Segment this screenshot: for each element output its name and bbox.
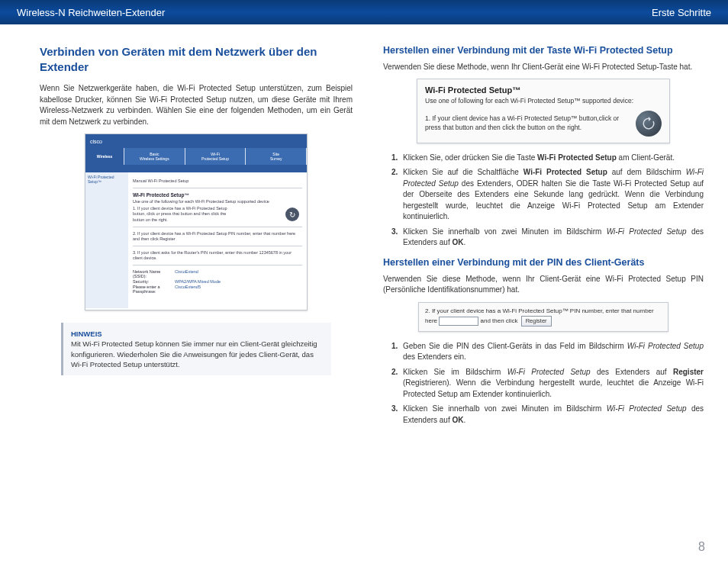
- snippet-text: 1. If your client device has a Wi-Fi Pro…: [425, 114, 628, 132]
- header-right: Erste Schritte: [652, 7, 711, 18]
- figure-divider-3: [133, 246, 302, 246]
- header-left: Wireless-N Reichweiten-Extender: [17, 7, 165, 18]
- figure-tabs: Wireless BasicWireless Settings Wi-FiPro…: [85, 148, 307, 165]
- figure-divider-4: [133, 265, 302, 265]
- figure-step2: 2. If your client device has a Wi-Fi Pro…: [133, 231, 302, 242]
- p1: Verwenden Sie diese Methode, wenn Ihr Cl…: [383, 62, 704, 73]
- figure-info-row: Security:WPA2/WPA Mixed Mode: [133, 279, 302, 284]
- figure-step3: 3. If your client asks for the Router's …: [133, 250, 302, 261]
- right-column: Herstellen einer Verbindung mit der Tast…: [383, 44, 704, 433]
- page-number: 8: [698, 540, 705, 554]
- section-title: Verbinden von Geräten mit dem Netzwerk ü…: [40, 44, 353, 74]
- brand-label: cisco: [90, 139, 102, 144]
- hinweis-box: HINWEIS Mit Wi-Fi Protected Setup können…: [61, 323, 331, 375]
- figure-info-row: Please enter a Passphrase:CiscoExtend5: [133, 285, 302, 294]
- left-column: Verbinden von Geräten mit dem Netzwerk ü…: [40, 44, 353, 433]
- register-button: Register: [521, 316, 552, 327]
- step-item: Klicken Sie innerhalb von zwei Minuten i…: [400, 404, 704, 426]
- wps-icon: [636, 111, 662, 137]
- figure-body: Wi-Fi Protected Setup™ Manual Wi-Fi Prot…: [85, 172, 307, 308]
- figure-sidebar: Wi-Fi Protected Setup™: [85, 172, 128, 308]
- snippet-pin: 2. If your client device has a Wi-Fi Pro…: [418, 302, 668, 332]
- step-item: Klicken Sie innerhalb von zwei Minuten i…: [400, 227, 704, 249]
- steps-list-1: Klicken Sie, oder drücken Sie die Taste …: [383, 153, 704, 249]
- figure-divider: [133, 188, 302, 188]
- hinweis-label: HINWEIS: [71, 330, 102, 338]
- figure-panel-title: Wi-Fi Protected Setup™: [133, 192, 302, 198]
- figure-mode-row: Manual Wi-Fi Protected Setup: [133, 179, 302, 184]
- step-item: Klicken Sie auf die Schaltfläche Wi-Fi P…: [400, 167, 704, 223]
- document-page: Wireless-N Reichweiten-Extender Erste Sc…: [0, 0, 728, 563]
- wps-icon: ↻: [285, 208, 299, 221]
- sub-title-1: Herstellen einer Verbindung mit der Tast…: [383, 44, 704, 57]
- tab-basic: BasicWireless Settings: [124, 148, 185, 165]
- figure-divider-2: [133, 227, 302, 227]
- intro-paragraph: Wenn Sie Netzwerkgeräte haben, die Wi-Fi…: [40, 83, 353, 127]
- step-item: Klicken Sie, oder drücken Sie die Taste …: [400, 153, 704, 164]
- step-item: Klicken Sie im Bildschirm Wi-Fi Protecte…: [400, 367, 704, 401]
- snippet2-t2: and then click: [480, 317, 517, 324]
- pin-input: [439, 317, 478, 326]
- figure-subbar: [85, 165, 307, 172]
- page-header: Wireless-N Reichweiten-Extender Erste Sc…: [0, 0, 728, 24]
- snippet-title: Wi-Fi Protected Setup™: [425, 85, 662, 95]
- figure-step1: 1. If your client device has a Wi-Fi Pro…: [133, 206, 232, 222]
- tab-wireless: Wireless: [85, 148, 124, 165]
- figure-info-row: Network Name (SSID):CiscoExtend: [133, 269, 302, 278]
- figure-main: Manual Wi-Fi Protected Setup Wi-Fi Prote…: [128, 172, 307, 308]
- snippet-line: Use one of following for each Wi-Fi Prot…: [425, 97, 662, 105]
- snippet-wps-button: Wi-Fi Protected Setup™ Use one of follow…: [417, 79, 670, 143]
- sub-title-2: Herstellen einer Verbindung mit der PIN …: [383, 256, 704, 269]
- step-item: Geben Sie die PIN des Client-Geräts in d…: [400, 341, 704, 363]
- content-area: Verbinden von Geräten mit dem Netzwerk ü…: [0, 24, 728, 433]
- tab-survey: SiteSurvey: [246, 148, 306, 165]
- figure-brand-bar: cisco: [85, 134, 307, 148]
- hinweis-text: Mit Wi-Fi Protected Setup können Sie imm…: [71, 339, 317, 368]
- router-ui-figure: cisco Wireless BasicWireless Settings Wi…: [85, 134, 308, 310]
- figure-panel-sub: Use one of the following for each Wi-Fi …: [133, 199, 302, 204]
- steps-list-2: Geben Sie die PIN des Client-Geräts in d…: [383, 341, 704, 426]
- tab-wps: Wi-FiProtected Setup: [185, 148, 246, 165]
- snippet-row: 1. If your client device has a Wi-Fi Pro…: [425, 111, 662, 137]
- p2: Verwenden Sie diese Methode, wenn Ihr Cl…: [383, 274, 704, 296]
